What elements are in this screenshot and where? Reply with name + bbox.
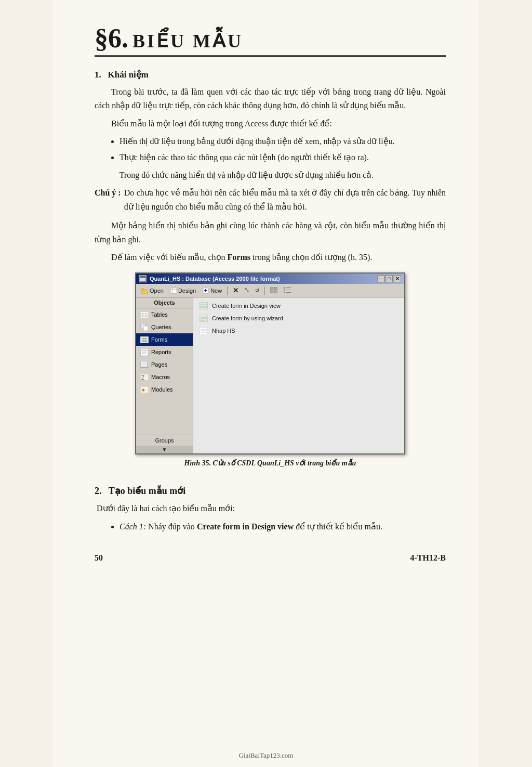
title-divider (95, 55, 446, 57)
filter-button[interactable]: ↺ (253, 287, 261, 294)
content-item-nhap-hs[interactable]: Nhap HS (197, 326, 400, 336)
new-button[interactable]: New (200, 286, 224, 295)
details-icon (284, 287, 291, 294)
svg-rect-4 (141, 289, 144, 290)
sidebar-scroll-arrow[interactable]: ▼ (136, 446, 193, 453)
section1-bullets: Hiển thị dữ liệu trong bảng dưới dạng th… (119, 135, 446, 164)
section2-bullet1: Cách 1: Nháy đúp vào Create form in Desi… (119, 520, 446, 534)
page-footer: 50 4-TH12-B (95, 538, 446, 563)
section-symbol: §6. (95, 25, 128, 52)
sidebar-item-reports[interactable]: Reports (136, 346, 193, 358)
note-block: Chú ý : Do chưa học về mẫu hỏi nên các b… (95, 186, 446, 214)
section1-heading: 1. Khái niệm (95, 69, 446, 80)
filter-icon: ↺ (255, 288, 259, 293)
svg-rect-33 (141, 349, 148, 356)
sidebar-item-tables[interactable]: Tables (136, 308, 193, 321)
section1-title: Khái niệm (108, 70, 149, 80)
svg-rect-5 (170, 288, 177, 293)
maximize-button[interactable]: □ (385, 275, 393, 282)
wizard-icon (200, 314, 208, 322)
cach1-prefix: Cách 1: (119, 522, 146, 531)
close-button[interactable]: ✕ (394, 275, 401, 282)
tables-label: Tables (151, 311, 168, 318)
db-titlebar: QuanLi_HS : Database (Access 2000 file f… (136, 274, 404, 284)
svg-rect-48 (200, 315, 208, 322)
bullet-item-2: Thực hiện các thao tác thông qua các nút… (119, 151, 446, 164)
svg-rect-1 (140, 277, 145, 281)
section1-para5: Để làm việc với biểu mẫu, chọn Forms tro… (95, 251, 446, 264)
design-button[interactable]: Design (168, 286, 198, 295)
db-window[interactable]: QuanLi_HS : Database (Access 2000 file f… (135, 272, 405, 454)
tables-icon (140, 310, 149, 319)
svg-rect-14 (274, 291, 277, 293)
svg-rect-13 (270, 291, 273, 293)
modules-icon: ❖ (140, 385, 149, 394)
section1-para4: Một bảng hiển thị nhiều bản ghi cùng lúc… (95, 219, 446, 246)
design-view-icon (200, 302, 208, 310)
sidebar-item-pages[interactable]: Pages (136, 358, 193, 371)
db-content: Create form in Design view Create form b… (193, 297, 404, 453)
objects-header: Objects (136, 297, 193, 308)
pages-icon (140, 360, 149, 369)
section1-para2: Biểu mẫu là một loại đối tượng trong Acc… (95, 117, 446, 131)
db-app-icon (139, 275, 147, 282)
groups-label: Groups (155, 437, 174, 444)
db-sidebar: Objects Tables (136, 297, 193, 453)
db-titlebar-text: QuanLi_HS : Database (Access 2000 file f… (150, 276, 280, 282)
minimize-button[interactable]: ─ (377, 275, 384, 282)
svg-text:❖: ❖ (141, 388, 145, 393)
delete-icon: ✕ (233, 287, 238, 294)
largeicons-button[interactable] (268, 286, 280, 295)
footer-source: GiaiBaiTap123.com (239, 751, 294, 760)
details-button[interactable] (282, 286, 293, 295)
new-icon (202, 287, 209, 294)
new-label: New (210, 288, 222, 294)
sidebar-item-queries[interactable]: Queries (136, 321, 193, 333)
svg-rect-28 (143, 326, 148, 331)
db-toolbar: Open Design (136, 284, 404, 297)
sidebar-item-macros[interactable]: Z Macros (136, 371, 193, 383)
svg-rect-17 (284, 290, 285, 291)
reports-icon (140, 348, 149, 356)
content-item-wizard[interactable]: Create form by using wizard (197, 313, 400, 323)
svg-rect-12 (274, 287, 277, 290)
svg-rect-2 (140, 276, 145, 278)
delete-button[interactable]: ✕ (231, 285, 241, 295)
sidebar-item-modules[interactable]: ❖ Modules (136, 383, 193, 396)
open-button[interactable]: Open (139, 286, 166, 295)
nhap-hs-icon (200, 327, 208, 335)
svg-rect-20 (286, 292, 291, 293)
footer-code: 4-TH12-B (410, 553, 446, 563)
section2-title: Tạo biểu mẫu mới (109, 486, 186, 496)
db-titlebar-left: QuanLi_HS : Database (Access 2000 file f… (139, 275, 280, 282)
groups-section: Groups (136, 435, 193, 446)
sort-icon: °ₐ (245, 288, 249, 293)
fig-caption-text: Cửa sổ CSDL QuanLi_HS với trang biểu mẫu (212, 459, 356, 467)
note-label: Chú ý : (95, 186, 121, 214)
db-body: Objects Tables (136, 297, 404, 453)
macros-icon: Z (140, 373, 149, 381)
page-title: BIỂU MẪU (132, 30, 243, 52)
sort-button[interactable]: °ₐ (243, 287, 251, 294)
open-label: Open (150, 288, 164, 294)
page-number: 50 (95, 553, 103, 563)
modules-label: Modules (151, 386, 173, 393)
svg-rect-18 (286, 290, 291, 290)
open-icon (141, 287, 149, 294)
svg-text:Z: Z (141, 375, 144, 381)
section2-number: 2. (95, 486, 102, 496)
section2-bullets: Cách 1: Nháy đúp vào Create form in Desi… (119, 520, 446, 534)
sidebar-item-forms[interactable]: Forms (136, 333, 193, 346)
db-window-container: QuanLi_HS : Database (Access 2000 file f… (95, 272, 446, 476)
section1-number: 1. (95, 70, 101, 80)
page: §6. BIỂU MẪU 1. Khái niệm Trong bài trướ… (53, 0, 479, 767)
forms-label: Forms (151, 336, 167, 343)
svg-rect-11 (270, 287, 273, 290)
section2-para1: Dưới đây là hai cách tạo biểu mẫu mới: (97, 502, 446, 515)
queries-icon (140, 323, 149, 331)
svg-rect-44 (200, 302, 208, 309)
queries-label: Queries (151, 324, 171, 330)
note-text: Do chưa học về mẫu hỏi nên các biểu mẫu … (124, 186, 446, 214)
svg-rect-15 (284, 287, 285, 289)
content-item-design-view[interactable]: Create form in Design view (197, 301, 400, 311)
